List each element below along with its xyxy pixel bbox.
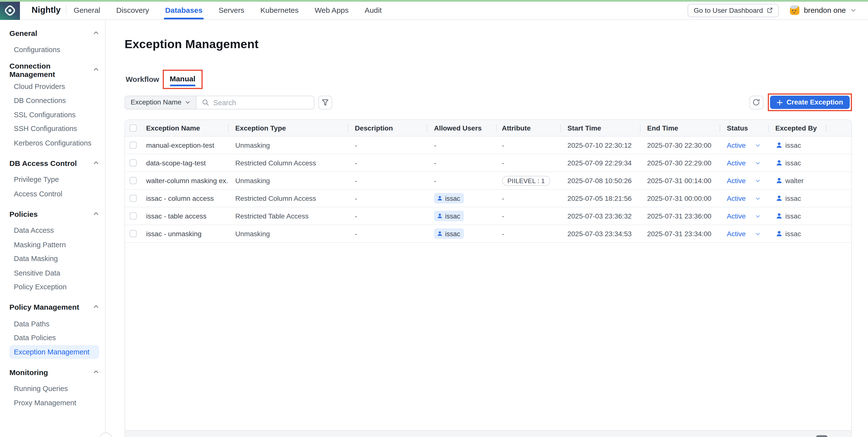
cell-excepted-by: issac <box>769 190 827 207</box>
row-checkbox[interactable] <box>130 230 137 237</box>
row-checkbox[interactable] <box>130 195 137 202</box>
nav-tab-servers[interactable]: Servers <box>217 1 246 20</box>
sidebar-item-sensitive-data[interactable]: Sensitive Data <box>9 266 99 280</box>
nav-tab-discovery[interactable]: Discovery <box>115 1 150 20</box>
sidebar-section-header-connection-management[interactable]: Connection Management <box>9 64 99 75</box>
pagination-controls: 1 <box>804 435 839 437</box>
cell-end-time: 2025-07-31 00:14:00 <box>641 172 720 189</box>
row-checkbox[interactable] <box>130 159 137 166</box>
excepted-by-name: issac <box>785 141 801 149</box>
status-chevron-down-icon[interactable] <box>755 213 761 219</box>
tab-manual[interactable]: Manual <box>170 74 195 83</box>
sidebar: GeneralConfigurationsConnection Manageme… <box>0 20 106 437</box>
sidebar-item-cloud-providers[interactable]: Cloud Providers <box>9 79 99 93</box>
table-row: data-scope-tag-testRestricted Column Acc… <box>125 154 851 172</box>
sidebar-section-header-general[interactable]: General <box>9 28 99 39</box>
sidebar-section-label: DB Access Control <box>9 159 77 167</box>
sidebar-item-running-queries[interactable]: Running Queries <box>9 382 99 396</box>
excepted-by-name: issac <box>785 230 801 238</box>
status-chevron-down-icon[interactable] <box>755 178 761 183</box>
sidebar-item-masking-pattern[interactable]: Masking Pattern <box>9 237 99 251</box>
row-checkbox-cell <box>125 190 145 207</box>
sidebar-item-data-paths[interactable]: Data Paths <box>9 316 99 331</box>
row-checkbox[interactable] <box>130 212 137 220</box>
status-chevron-down-icon[interactable] <box>755 142 761 148</box>
search-field-select[interactable]: Exception Name <box>125 96 196 109</box>
column-header-exception-name: Exception Name <box>145 120 229 136</box>
row-checkbox[interactable] <box>130 141 137 149</box>
cell-attribute: - <box>496 225 561 242</box>
row-checkbox-cell <box>125 225 145 242</box>
status-chevron-down-icon[interactable] <box>755 195 761 201</box>
column-header-status: Status <box>720 120 769 136</box>
create-exception-button[interactable]: Create Exception <box>770 96 849 109</box>
sidebar-section-header-policies[interactable]: Policies <box>9 208 99 220</box>
user-name: brendon one <box>804 6 846 14</box>
cell-status: Active <box>720 207 769 225</box>
cell-actions <box>827 172 851 189</box>
chevron-up-icon <box>93 66 99 74</box>
sidebar-item-ssh-configurations[interactable]: SSH Configurations <box>9 122 99 136</box>
sidebar-section-header-policy-management[interactable]: Policy Management <box>9 302 99 313</box>
row-checkbox-cell <box>125 137 145 154</box>
filter-button[interactable] <box>318 95 332 109</box>
refresh-button[interactable] <box>749 95 763 109</box>
exceptions-table: Exception NameException TypeDescriptionA… <box>124 120 852 437</box>
sidebar-item-ssl-configurations[interactable]: SSL Configurations <box>9 108 99 122</box>
status-chevron-down-icon[interactable] <box>755 231 761 236</box>
sidebar-item-exception-management[interactable]: Exception Management <box>9 345 99 359</box>
nav-tab-web-apps[interactable]: Web Apps <box>313 1 350 20</box>
table-row: manual-exception-testUnmasking---2025-07… <box>125 137 851 154</box>
row-checkbox[interactable] <box>130 177 137 184</box>
sidebar-item-data-access[interactable]: Data Access <box>9 224 99 237</box>
sidebar-item-data-masking[interactable]: Data Masking <box>9 252 99 266</box>
cell-end-time: 2025-07-31 00:00:00 <box>641 190 720 207</box>
sidebar-item-data-policies[interactable]: Data Policies <box>9 331 99 345</box>
select-all-checkbox[interactable] <box>130 124 137 132</box>
sidebar-item-policy-exception[interactable]: Policy Exception <box>9 280 99 294</box>
nav-tab-kubernetes[interactable]: Kubernetes <box>259 1 300 20</box>
sidebar-section-header-monitoring[interactable]: Monitoring <box>9 367 99 378</box>
user-icon <box>775 195 782 202</box>
external-link-icon <box>767 7 773 13</box>
sidebar-item-kerberos-configurations[interactable]: Kerberos Configurations <box>9 136 99 150</box>
nav-tab-databases[interactable]: Databases <box>164 1 204 20</box>
search-icon <box>202 99 209 106</box>
column-header-excepted-by: Excepted By <box>769 120 827 136</box>
search-input[interactable] <box>213 98 309 106</box>
nav-tab-audit[interactable]: Audit <box>364 1 383 20</box>
app-logo-icon[interactable] <box>0 1 20 20</box>
sidebar-section-header-db-access-control[interactable]: DB Access Control <box>9 158 99 169</box>
cell-end-time: 2025-07-30 22:29:00 <box>641 154 720 172</box>
chevron-up-icon <box>93 159 99 167</box>
sidebar-item-configurations[interactable]: Configurations <box>9 42 99 57</box>
cell-start-time: 2025-07-03 23:34:53 <box>561 225 641 242</box>
user-icon <box>437 213 443 219</box>
tab-workflow[interactable]: Workflow <box>124 75 160 83</box>
sidebar-section-monitoring: MonitoringRunning QueriesProxy Managemen… <box>9 367 100 410</box>
active-tab-indicator <box>170 84 195 86</box>
go-to-user-dashboard-label: Go to User Dashboard <box>693 6 763 14</box>
excepted-by-user: issac <box>775 159 801 167</box>
column-header-allowed-users: Allowed Users <box>427 120 496 136</box>
cell-allowed-users: - <box>427 172 496 189</box>
go-to-user-dashboard-button[interactable]: Go to User Dashboard <box>688 4 779 17</box>
cell-excepted-by: issac <box>769 137 827 154</box>
row-checkbox-cell <box>125 207 145 225</box>
sidebar-item-proxy-management[interactable]: Proxy Management <box>9 396 99 410</box>
user-menu[interactable]: brendon one <box>790 6 857 15</box>
sidebar-item-privilege-type[interactable]: Privilege Type <box>9 172 99 187</box>
cell-exception-name: issac - column access <box>145 190 229 207</box>
allowed-user-badge: issac <box>434 228 464 239</box>
status-chevron-down-icon[interactable] <box>755 160 761 166</box>
page-number-button[interactable]: 1 <box>816 435 828 437</box>
sidebar-section-label: Policies <box>9 210 38 218</box>
sidebar-item-access-control[interactable]: Access Control <box>9 187 99 201</box>
sidebar-item-db-connections[interactable]: DB Connections <box>9 93 99 107</box>
status-value: Active <box>727 177 746 184</box>
topbar-right: Go to User Dashboard brendon one <box>688 1 857 20</box>
brand-name: Nightly <box>31 5 61 15</box>
nav-tab-general[interactable]: General <box>72 1 101 20</box>
excepted-by-user: walter <box>775 177 804 184</box>
cell-status: Active <box>720 225 769 242</box>
